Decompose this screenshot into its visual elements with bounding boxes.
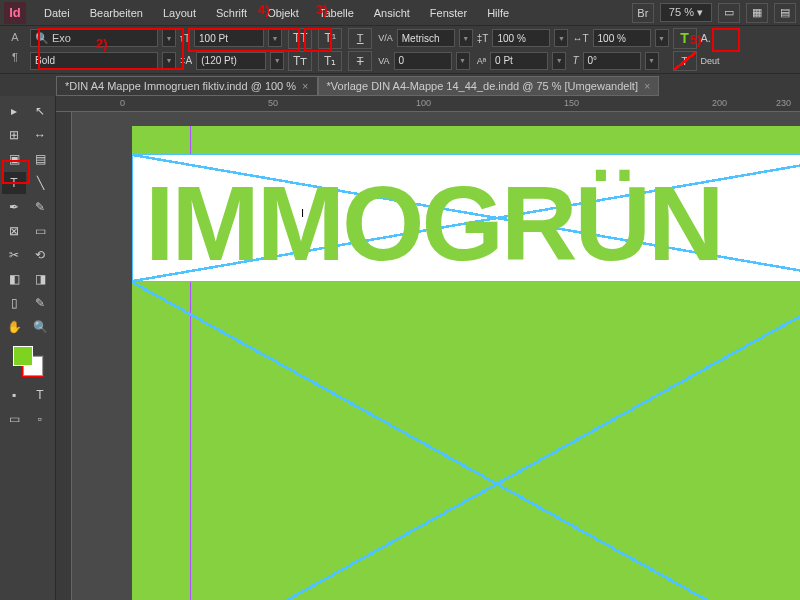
canvas-area[interactable]: IMMOGRÜN I	[72, 112, 800, 600]
menu-layout[interactable]: Layout	[153, 7, 206, 19]
view-options-icon[interactable]: ▤	[774, 3, 796, 23]
bridge-icon[interactable]: Br	[632, 3, 654, 23]
lower-frame[interactable]	[132, 282, 800, 600]
language-label[interactable]: Deut	[701, 56, 720, 66]
tracking-field[interactable]: 0	[394, 52, 452, 70]
gap-tool[interactable]: ↔	[28, 124, 52, 146]
tracking-dropdown[interactable]: ▼	[456, 52, 470, 70]
menu-schrift[interactable]: Schrift	[206, 7, 257, 19]
horizontal-ruler[interactable]: 0 50 100 150 200 230	[56, 96, 800, 112]
vscale-icon: ‡T	[477, 33, 489, 44]
note-tool[interactable]: ▯	[2, 292, 26, 314]
font-size-field[interactable]: 100 Pt	[194, 29, 264, 47]
vscale-field[interactable]: 100 %	[492, 29, 550, 47]
control-panel: A ¶ 🔍Exo ▼ Bold ▼ τT 100 Pt ▼ ‡A (120 Pt…	[0, 26, 800, 74]
character-mode-icon[interactable]: A	[6, 28, 24, 46]
rectangle-frame-tool[interactable]: ⊠	[2, 220, 26, 242]
menu-bar: Id Datei Bearbeiten Layout Schrift Objek…	[0, 0, 800, 26]
style-dropdown[interactable]: ▼	[162, 52, 176, 70]
tracking-icon: VA	[378, 56, 389, 66]
preview-icon[interactable]: ▫	[28, 408, 52, 430]
arrange-icon[interactable]: ▦	[746, 3, 768, 23]
screen-mode-icon[interactable]: ▭	[718, 3, 740, 23]
close-icon[interactable]: ×	[302, 80, 308, 92]
menu-bearbeiten[interactable]: Bearbeiten	[80, 7, 153, 19]
pencil-tool[interactable]: ✎	[28, 196, 52, 218]
color-swatch[interactable]	[13, 346, 43, 376]
page-tool[interactable]: ⊞	[2, 124, 26, 146]
scissors-tool[interactable]: ✂	[2, 244, 26, 266]
content-collector-tool[interactable]: ▣	[2, 148, 26, 170]
baseline-dropdown[interactable]: ▼	[552, 52, 566, 70]
annotation-label-4: 4)	[258, 2, 270, 17]
document-tabs: *DIN A4 Mappe Immogruen fiktiv.indd @ 10…	[0, 74, 800, 96]
frame-diagonal	[132, 282, 800, 600]
skew-dropdown[interactable]: ▼	[645, 52, 659, 70]
leading-dropdown[interactable]: ▼	[270, 52, 284, 70]
annotation-label-2: 2)	[96, 36, 108, 51]
normal-view-icon[interactable]: ▭	[2, 408, 26, 430]
kerning-dropdown[interactable]: ▼	[459, 29, 473, 47]
menu-datei[interactable]: Datei	[34, 7, 80, 19]
annotation-label-5: 5)	[690, 32, 702, 47]
paragraph-mode-icon[interactable]: ¶	[6, 48, 24, 66]
hscale-field[interactable]: 100 %	[593, 29, 651, 47]
baseline-field[interactable]: 0 Pt	[490, 52, 548, 70]
type-tool[interactable]: T	[2, 172, 26, 194]
strikethrough-button[interactable]: T	[348, 51, 372, 72]
kerning-field[interactable]: Metrisch	[397, 29, 455, 47]
hscale-dropdown[interactable]: ▼	[655, 29, 669, 47]
text-frame[interactable]: IMMOGRÜN I	[132, 154, 800, 282]
gradient-feather-tool[interactable]: ◨	[28, 268, 52, 290]
tab-doc-2[interactable]: *Vorlage DIN A4-Mappe 14_44_de.indd @ 75…	[318, 76, 660, 96]
size-dropdown[interactable]: ▼	[268, 29, 282, 47]
fill-swatch[interactable]	[13, 346, 33, 366]
kerning-icon: V/A	[378, 33, 393, 43]
annotation-label-3: 3)	[316, 2, 328, 17]
apply-color-icon[interactable]: ▪	[2, 384, 26, 406]
leading-field[interactable]: (120 Pt)	[196, 52, 266, 70]
pen-tool[interactable]: ✒	[2, 196, 26, 218]
search-icon: 🔍	[35, 32, 49, 45]
font-family-field[interactable]: 🔍Exo	[30, 29, 158, 47]
baseline-icon: Aª	[477, 56, 486, 66]
headline-text[interactable]: IMMOGRÜN	[145, 163, 722, 284]
rectangle-tool[interactable]: ▭	[28, 220, 52, 242]
skew-icon: T	[572, 55, 578, 66]
selection-tool[interactable]: ▸	[2, 100, 26, 122]
hand-tool[interactable]: ✋	[2, 316, 26, 338]
hscale-icon: ↔T	[572, 33, 588, 44]
font-size-icon: τT	[180, 33, 190, 44]
font-style-field[interactable]: Bold	[30, 52, 158, 70]
underline-button[interactable]: T	[348, 28, 372, 49]
document-page[interactable]: IMMOGRÜN I	[132, 126, 800, 600]
text-cursor-icon: I	[301, 207, 313, 225]
menu-ansicht[interactable]: Ansicht	[364, 7, 420, 19]
superscript-button[interactable]: T¹	[318, 28, 342, 49]
eyedropper-tool[interactable]: ✎	[28, 292, 52, 314]
transform-tool[interactable]: ⟲	[28, 244, 52, 266]
menu-fenster[interactable]: Fenster	[420, 7, 477, 19]
tool-panel: ▸↖ ⊞↔ ▣▤ T╲ ✒✎ ⊠▭ ✂⟲ ◧◨ ▯✎ ✋🔍 ▪T ▭▫	[0, 96, 56, 600]
zoom-tool[interactable]: 🔍	[28, 316, 52, 338]
tab-doc-1[interactable]: *DIN A4 Mappe Immogruen fiktiv.indd @ 10…	[56, 76, 318, 96]
menu-hilfe[interactable]: Hilfe	[477, 7, 519, 19]
content-placer-tool[interactable]: ▤	[28, 148, 52, 170]
skew-field[interactable]: 0°	[583, 52, 641, 70]
vertical-ruler[interactable]	[56, 112, 72, 600]
direct-selection-tool[interactable]: ↖	[28, 100, 52, 122]
close-icon[interactable]: ×	[644, 80, 650, 92]
zoom-level[interactable]: 75 % ▾	[660, 3, 712, 22]
small-caps-button[interactable]: Tᴛ	[288, 51, 312, 72]
font-dropdown[interactable]: ▼	[162, 29, 176, 47]
apply-none-icon[interactable]: T	[28, 384, 52, 406]
stroke-text-button[interactable]: T	[673, 51, 697, 72]
gradient-swatch-tool[interactable]: ◧	[2, 268, 26, 290]
subscript-button[interactable]: T₁	[318, 51, 342, 72]
leading-icon: ‡A	[180, 55, 192, 66]
all-caps-button[interactable]: TT	[288, 28, 312, 49]
char-style-icon: A.	[701, 32, 711, 44]
line-tool[interactable]: ╲	[28, 172, 52, 194]
indesign-logo-icon: Id	[4, 2, 26, 24]
vscale-dropdown[interactable]: ▼	[554, 29, 568, 47]
